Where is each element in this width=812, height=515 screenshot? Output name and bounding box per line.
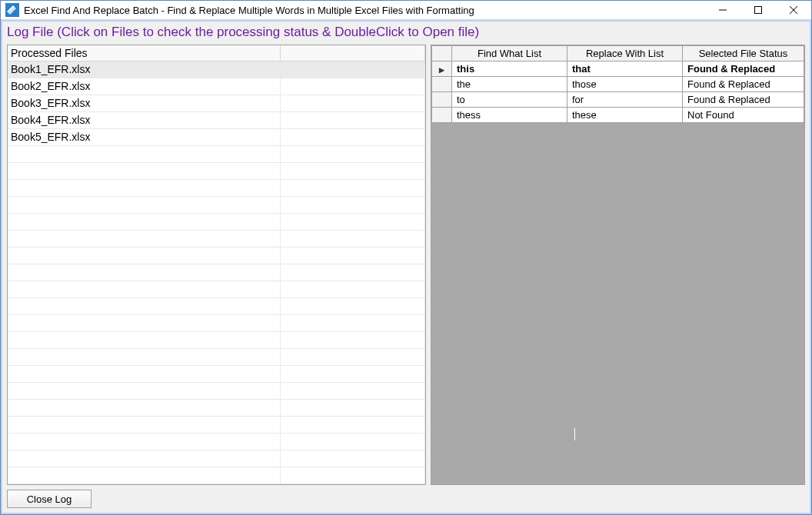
results-cell-find[interactable]: to: [452, 92, 567, 108]
file-row[interactable]: Book1_EFR.xlsx: [8, 61, 425, 78]
file-row-empty[interactable]: [8, 281, 425, 298]
results-cell-status[interactable]: Found & Replaced: [683, 77, 804, 92]
results-cell-status[interactable]: Found & Replaced: [683, 92, 804, 108]
file-name-cell: Book3_EFR.xlsx: [8, 95, 281, 111]
close-log-button[interactable]: Close Log: [7, 490, 92, 508]
text-caret: [574, 428, 575, 440]
window-title: Excel Find And Replace Batch - Find & Re…: [24, 5, 705, 16]
log-header: Log File (Click on Files to check the pr…: [2, 22, 810, 42]
results-cell-replace[interactable]: these: [567, 108, 683, 123]
file-row[interactable]: Book4_EFR.xlsx: [8, 112, 425, 129]
processed-files-header[interactable]: Processed Files: [8, 45, 281, 61]
file-row[interactable]: Book3_EFR.xlsx: [8, 95, 425, 112]
minimize-button[interactable]: [705, 1, 740, 19]
file-row-empty[interactable]: [8, 214, 425, 231]
file-row-empty[interactable]: [8, 264, 425, 281]
results-cell-replace[interactable]: that: [567, 61, 683, 77]
file-row-empty[interactable]: [8, 417, 425, 434]
file-row-empty[interactable]: [8, 315, 425, 332]
app-icon: [5, 3, 19, 17]
file-row-empty[interactable]: [8, 146, 425, 163]
file-row[interactable]: Book5_EFR.xlsx: [8, 129, 425, 146]
file-row-empty[interactable]: [8, 400, 425, 417]
results-grid[interactable]: Find What List Replace With List Selecte…: [431, 45, 805, 485]
file-row-empty[interactable]: [8, 180, 425, 197]
file-row-empty[interactable]: [8, 332, 425, 349]
col-replace-header[interactable]: Replace With List: [567, 46, 683, 61]
results-row[interactable]: toforFound & Replaced: [432, 92, 804, 108]
file-row-empty[interactable]: [8, 349, 425, 366]
results-rowheader-blank: [432, 46, 452, 61]
file-row-empty[interactable]: [8, 383, 425, 400]
file-row-empty[interactable]: [8, 366, 425, 383]
close-button[interactable]: [776, 1, 811, 19]
window-controls: [705, 1, 811, 19]
results-row-header[interactable]: [432, 108, 452, 123]
results-row-header[interactable]: [432, 77, 452, 92]
results-header-row: Find What List Replace With List Selecte…: [432, 46, 804, 61]
results-row[interactable]: thisthatFound & Replaced: [432, 61, 804, 77]
results-row[interactable]: thesstheseNot Found: [432, 108, 804, 123]
file-name-cell: Book1_EFR.xlsx: [8, 61, 281, 78]
file-row-empty[interactable]: [8, 231, 425, 248]
processed-files-grid[interactable]: Processed Files Book1_EFR.xlsxBook2_EFR.…: [7, 45, 426, 485]
svg-rect-1: [755, 7, 762, 14]
processed-files-body: Book1_EFR.xlsxBook2_EFR.xlsxBook3_EFR.xl…: [8, 61, 425, 484]
maximize-button[interactable]: [740, 1, 776, 19]
app-window: Excel Find And Replace Batch - Find & Re…: [0, 0, 812, 515]
file-row-empty[interactable]: [8, 248, 425, 264]
file-name-cell: Book4_EFR.xlsx: [8, 112, 281, 128]
file-row-empty[interactable]: [8, 467, 425, 484]
results-cell-find[interactable]: this: [452, 61, 567, 77]
file-row-empty[interactable]: [8, 163, 425, 180]
file-row-empty[interactable]: [8, 298, 425, 315]
file-blank-cell: [281, 112, 425, 128]
results-panel: Find What List Replace With List Selecte…: [431, 45, 805, 485]
file-row-empty[interactable]: [8, 197, 425, 214]
processed-files-header-row: Processed Files: [8, 45, 425, 61]
file-row-empty[interactable]: [8, 450, 425, 467]
file-blank-cell: [281, 78, 425, 95]
results-table: Find What List Replace With List Selecte…: [431, 45, 804, 123]
results-cell-find[interactable]: thess: [452, 108, 567, 123]
file-name-cell: Book5_EFR.xlsx: [8, 129, 281, 145]
results-row-header[interactable]: [432, 92, 452, 108]
results-cell-find[interactable]: the: [452, 77, 567, 92]
file-blank-cell: [281, 129, 425, 145]
col-find-header[interactable]: Find What List: [452, 46, 567, 61]
results-cell-status[interactable]: Found & Replaced: [683, 61, 804, 77]
results-row-header[interactable]: [432, 61, 452, 77]
col-status-header[interactable]: Selected File Status: [683, 46, 804, 61]
results-cell-replace[interactable]: for: [567, 92, 683, 108]
panels: Processed Files Book1_EFR.xlsxBook2_EFR.…: [2, 42, 810, 485]
client-area: Log File (Click on Files to check the pr…: [1, 20, 811, 514]
file-row[interactable]: Book2_EFR.xlsx: [8, 78, 425, 95]
file-row-empty[interactable]: [8, 434, 425, 450]
processed-files-header-blank: [281, 45, 425, 61]
titlebar[interactable]: Excel Find And Replace Batch - Find & Re…: [1, 1, 811, 20]
results-row[interactable]: thethoseFound & Replaced: [432, 77, 804, 92]
processed-files-panel: Processed Files Book1_EFR.xlsxBook2_EFR.…: [7, 45, 426, 485]
button-bar: Close Log: [2, 485, 810, 513]
results-cell-replace[interactable]: those: [567, 77, 683, 92]
file-blank-cell: [281, 95, 425, 111]
file-name-cell: Book2_EFR.xlsx: [8, 78, 281, 95]
file-blank-cell: [281, 61, 425, 78]
results-cell-status[interactable]: Not Found: [683, 108, 804, 123]
